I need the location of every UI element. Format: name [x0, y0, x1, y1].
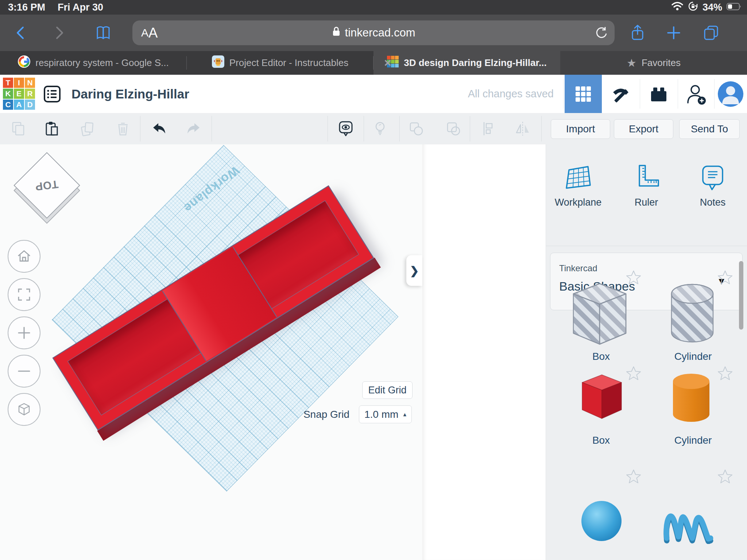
- instructables-favicon: [212, 55, 224, 70]
- toolbar-divider: [140, 116, 140, 141]
- delete-icon[interactable]: [115, 120, 131, 137]
- tab-title: respiratory system - Google S...: [35, 57, 169, 69]
- snap-grid-dropdown[interactable]: 1.0 mm ▴: [359, 405, 412, 423]
- sidebar-scrollbar[interactable]: [739, 261, 743, 330]
- share-button[interactable]: [625, 15, 650, 51]
- mirror-icon[interactable]: [514, 120, 531, 137]
- ungroup-icon[interactable]: [445, 120, 462, 137]
- zoom-in-button[interactable]: [8, 316, 40, 349]
- zoom-out-button[interactable]: [8, 355, 40, 388]
- duplicate-icon[interactable]: [79, 120, 96, 137]
- status-date: Fri Apr 30: [58, 2, 103, 13]
- rotation-lock-icon: [688, 1, 698, 14]
- toolbar-divider: [212, 116, 212, 141]
- snap-grid-label: Snap Grid: [277, 405, 349, 423]
- ruler-icon: [632, 163, 661, 192]
- bookmarks-button[interactable]: [90, 15, 116, 51]
- header-divider: [640, 79, 640, 109]
- align-icon[interactable]: [480, 120, 497, 137]
- copy-icon[interactable]: [10, 120, 27, 137]
- dashboard-grid-button[interactable]: [565, 75, 602, 113]
- toolbar-divider: [399, 116, 400, 141]
- edit-grid-button[interactable]: Edit Grid: [362, 381, 413, 399]
- send-to-button[interactable]: Send To: [679, 119, 740, 139]
- group-icon[interactable]: [408, 120, 425, 137]
- wifi-icon: [671, 1, 684, 13]
- notes-tool[interactable]: Notes: [685, 163, 740, 208]
- workplane-tool[interactable]: Workplane: [551, 163, 605, 208]
- undo-icon[interactable]: [151, 120, 167, 137]
- collapse-panel-button[interactable]: ❯: [406, 255, 422, 286]
- view-cube[interactable]: TOP: [23, 162, 70, 209]
- tab-overview-button[interactable]: [698, 15, 724, 51]
- fit-view-button[interactable]: [8, 278, 40, 311]
- view-cube-top-face[interactable]: TOP: [13, 152, 80, 218]
- notes-tool-label: Notes: [685, 197, 740, 208]
- brick-mode-button[interactable]: [640, 75, 677, 113]
- autosave-status: All changes saved: [468, 75, 554, 113]
- account-avatar[interactable]: [714, 75, 747, 113]
- chevron-right-icon: ❯: [410, 264, 419, 277]
- design-menu-icon[interactable]: [43, 85, 61, 105]
- view-cube-label: TOP: [35, 178, 59, 193]
- shape-box-hole[interactable]: [571, 280, 628, 349]
- paste-icon[interactable]: [43, 120, 60, 137]
- edit-toolbar: Import Export Send To: [0, 113, 747, 145]
- new-tab-button[interactable]: [661, 15, 686, 51]
- import-button[interactable]: Import: [551, 119, 610, 139]
- sidebar-divider: [546, 246, 747, 246]
- tinkercad-logo[interactable]: TIN KER CAD: [3, 78, 35, 110]
- caret-up-icon: ▴: [403, 411, 406, 418]
- add-collaborator-button[interactable]: [678, 75, 713, 113]
- redo-icon[interactable]: [185, 120, 202, 137]
- toolbar-divider: [541, 116, 542, 141]
- tab-google-search[interactable]: respiratory system - Google S...: [0, 51, 187, 75]
- favorites-star-icon: ★: [627, 57, 636, 69]
- reload-button[interactable]: [594, 20, 608, 45]
- tab-tinkercad-active[interactable]: ✕ 3D design Daring Elzing-Hillar...: [374, 51, 560, 75]
- tab-title: Favorites: [642, 57, 681, 69]
- url-text: tinkercad.com: [345, 26, 415, 39]
- perspective-toggle-button[interactable]: [8, 393, 40, 426]
- battery-percent: 34%: [703, 2, 722, 13]
- shape-cylinder-orange[interactable]: [670, 372, 712, 427]
- forward-button[interactable]: [46, 15, 72, 51]
- inspector-strip: [422, 144, 546, 560]
- close-tab-icon[interactable]: ✕: [381, 56, 395, 70]
- shape-sphere-blue[interactable]: [580, 500, 623, 544]
- export-button[interactable]: Export: [614, 119, 673, 139]
- home-view-button[interactable]: [8, 240, 40, 273]
- google-favicon: [18, 55, 30, 70]
- shape-scribble-blue[interactable]: [661, 504, 723, 545]
- favorite-star-icon[interactable]: [626, 270, 641, 285]
- favorite-star-icon[interactable]: [717, 366, 733, 381]
- tab-instructables[interactable]: Project Editor - Instructables: [187, 51, 374, 75]
- design-title[interactable]: Daring Elzing-Hillar: [71, 75, 189, 113]
- tinkercad-header: TIN KER CAD Daring Elzing-Hillar All cha…: [0, 75, 747, 113]
- notes-icon: [698, 163, 727, 192]
- tab-title: 3D design Daring Elzing-Hillar...: [404, 57, 547, 69]
- shape-box-red[interactable]: [580, 373, 624, 422]
- collection-kicker: Tinkercad: [559, 263, 597, 273]
- minecraft-pickaxe-button[interactable]: [603, 75, 639, 113]
- favorite-star-icon[interactable]: [717, 270, 733, 285]
- status-time: 3:16 PM: [8, 2, 45, 13]
- toolbar-divider: [328, 116, 328, 141]
- shape-name: Cylinder: [653, 351, 733, 362]
- address-bar[interactable]: AA tinkercad.com: [132, 20, 615, 45]
- favorite-star-icon[interactable]: [626, 469, 641, 484]
- browser-toolbar: AA tinkercad.com: [0, 15, 747, 51]
- light-bulb-icon[interactable]: [372, 120, 388, 137]
- shape-cylinder-hole[interactable]: [669, 281, 715, 348]
- back-button[interactable]: [8, 15, 34, 51]
- tab-title: Project Editor - Instructables: [229, 57, 349, 69]
- favorite-star-icon[interactable]: [717, 469, 733, 484]
- tab-favorites[interactable]: ★ Favorites: [560, 51, 747, 75]
- ruler-tool[interactable]: Ruler: [619, 163, 674, 208]
- shape-name: Box: [561, 435, 641, 446]
- favorite-star-icon[interactable]: [626, 366, 641, 381]
- shape-name: Cylinder: [653, 435, 733, 446]
- padlock-icon: [332, 26, 341, 40]
- show-all-icon[interactable]: [337, 120, 354, 137]
- battery-icon: [727, 2, 742, 13]
